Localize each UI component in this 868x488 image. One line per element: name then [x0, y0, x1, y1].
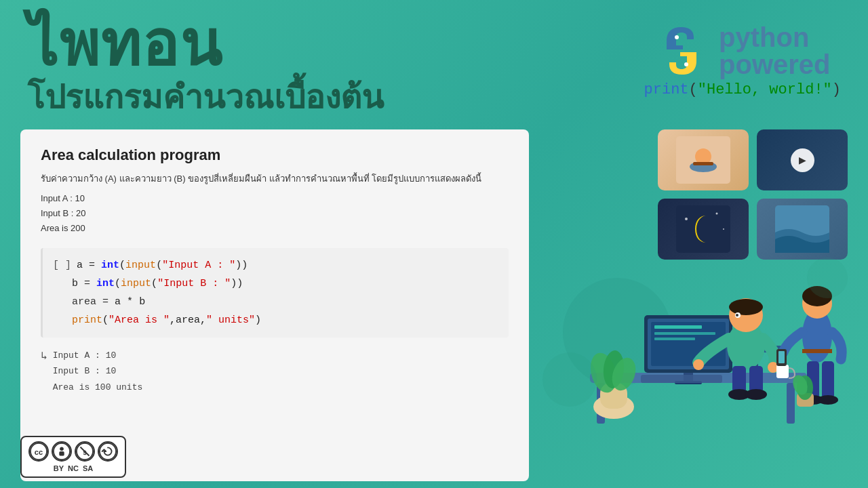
svg-rect-23	[641, 375, 722, 383]
svg-rect-42	[802, 349, 832, 353]
code-block: [ ] a = int(input("Input A : ")) b = int…	[41, 248, 509, 338]
svg-rect-19	[654, 332, 715, 335]
cc-text-row: BY NC SA	[54, 464, 93, 472]
svg-point-1	[684, 62, 688, 66]
python-snake-icon	[654, 24, 709, 78]
svg-point-31	[736, 314, 738, 317]
code-panel: Area calculation program รับค่าความกว้าง…	[20, 129, 529, 481]
svg-point-62	[60, 447, 64, 451]
svg-rect-20	[654, 338, 695, 340]
sample-line1: Input A : 10	[41, 191, 509, 206]
svg-point-29	[729, 299, 763, 315]
output-block: ↳ Input A : 10 Input B : 10 Area is 100 …	[41, 348, 509, 395]
run-output-line3: Area is 100 units	[53, 380, 143, 395]
code-line-2: b = int(input("Input B : "))	[53, 274, 498, 293]
thumbnail-2: ▶	[757, 129, 848, 190]
svg-point-57	[542, 352, 597, 407]
python-logo-row: python powered	[654, 24, 830, 78]
panel-title: Area calculation program	[41, 146, 509, 164]
play-button-icon: ▶	[791, 148, 814, 172]
title-section: ไพทอน โปรแกรมคำนวณเบื้องต้น	[27, 14, 384, 123]
svg-point-58	[807, 258, 848, 298]
svg-rect-18	[654, 325, 702, 329]
svg-point-0	[675, 35, 679, 39]
cc-license: cc $	[20, 436, 126, 478]
cc-icon: cc	[28, 441, 49, 462]
svg-rect-44	[778, 351, 785, 363]
panel-description: รับค่าความกว้าง (A) และความยาว (B) ของรู…	[41, 172, 509, 186]
python-logo-area: python powered print("Hello, world!")	[644, 14, 841, 98]
content-area: Area calculation program รับค่าความกว้าง…	[0, 129, 868, 488]
nc-icon: $	[75, 441, 95, 462]
cc-sa-label: SA	[83, 464, 93, 472]
cc-nc-label: NC	[68, 464, 79, 472]
svg-rect-46	[822, 361, 834, 399]
cc-icons-row: cc $	[28, 441, 118, 462]
code-bracket: [ ]	[53, 256, 71, 274]
illustration-area: ▶	[542, 129, 848, 481]
print-string: "Hello, world!"	[698, 81, 832, 98]
header: ไพทอน โปรแกรมคำนวณเบื้องต้น python power…	[0, 0, 868, 129]
python-text: python powered	[719, 24, 830, 78]
svg-point-48	[818, 395, 838, 405]
code-line-3: area = a * b	[53, 293, 498, 311]
sa-icon	[98, 441, 118, 462]
svg-rect-63	[59, 451, 64, 456]
by-icon	[52, 441, 72, 462]
run-output-line1: Input A : 10	[53, 348, 143, 363]
code-line-4: print("Area is ",area," units")	[53, 311, 498, 329]
powered-label: powered	[719, 51, 830, 78]
sample-line2: Input B : 20	[41, 206, 509, 221]
code-line-1: [ ] a = int(input("Input A : "))	[53, 256, 498, 274]
thumbnail-1	[658, 129, 749, 190]
svg-rect-34	[776, 365, 789, 378]
cc-by-label: BY	[54, 464, 64, 472]
thumb1-illustration	[676, 136, 730, 184]
print-keyword: print	[644, 81, 689, 98]
desk-scene-illustration	[536, 210, 861, 454]
main-container: ไพทอน โปรแกรมคำนวณเบื้องต้น python power…	[0, 0, 868, 488]
output-lines: Input A : 10 Input B : 10 Area is 100 un…	[53, 348, 143, 395]
python-label: python	[719, 24, 830, 51]
sample-line3: Area is 200	[41, 221, 509, 236]
svg-rect-14	[787, 383, 795, 424]
cc-box: cc $	[20, 436, 126, 478]
svg-point-38	[745, 389, 767, 400]
svg-rect-5	[693, 162, 713, 165]
main-title: ไพทอน	[27, 14, 223, 75]
svg-point-32	[693, 359, 704, 370]
svg-text:cc: cc	[35, 448, 43, 456]
panel-sample-output: Input A : 10 Input B : 20 Area is 200	[41, 191, 509, 236]
sub-title: โปรแกรมคำนวณเบื้องต้น	[27, 71, 384, 123]
print-hello-line: print("Hello, world!")	[644, 81, 841, 98]
run-output-line2: Input B : 10	[53, 363, 143, 379]
output-arrow-icon: ↳	[41, 349, 47, 363]
